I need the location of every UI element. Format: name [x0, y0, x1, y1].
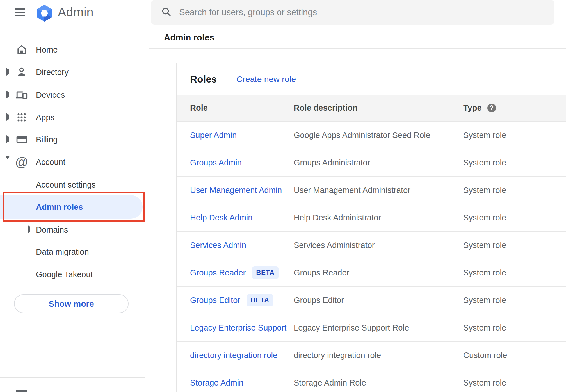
at-sign-icon: @ — [15, 156, 28, 168]
person-icon — [15, 66, 28, 79]
role-link[interactable]: Services Admin — [190, 241, 246, 250]
expand-caret-icon[interactable] — [28, 227, 32, 233]
sidebar-item-admin-roles[interactable]: Admin roles — [0, 195, 143, 219]
role-link[interactable]: Super Admin — [190, 131, 237, 140]
table-row: Legacy Enterprise Support Legacy Enterpr… — [177, 314, 566, 341]
roles-card: Roles Create new role Role Role descript… — [176, 63, 566, 392]
sidebar-item-label: Account — [36, 158, 65, 167]
role-type: System role — [463, 186, 506, 195]
search-bar[interactable] — [151, 0, 554, 25]
sidebar-item-label: Billing — [36, 135, 58, 144]
show-more-button[interactable]: Show more — [14, 294, 129, 313]
role-description: Groups Reader — [294, 268, 349, 277]
role-link[interactable]: Legacy Enterprise Support — [190, 323, 286, 332]
sidebar-item-account[interactable]: @ Account — [0, 154, 149, 170]
search-input[interactable] — [179, 7, 516, 17]
column-header-description: Role description — [294, 103, 357, 112]
role-description: Groups Editor — [294, 296, 344, 305]
credit-card-icon — [15, 133, 28, 146]
role-link[interactable]: Groups Editor — [190, 296, 240, 305]
role-link[interactable]: Groups Reader — [190, 268, 246, 277]
expand-caret-icon[interactable] — [6, 69, 10, 75]
sidebar-item-devices[interactable]: Devices — [0, 87, 149, 103]
expand-caret-icon[interactable] — [6, 115, 10, 120]
sidebar-item-domains[interactable]: Domains — [0, 222, 149, 238]
column-header-role: Role — [190, 103, 208, 113]
roles-table-body: Super Admin Google Apps Administrator Se… — [177, 121, 566, 392]
hamburger-menu-icon[interactable] — [15, 8, 25, 16]
home-icon — [15, 43, 28, 56]
role-type: Custom role — [463, 351, 507, 360]
logo-text: Admin — [58, 5, 93, 19]
table-row: Services Admin Services Administrator Sy… — [177, 231, 566, 259]
role-description: Legacy Enterprise Support Role — [294, 323, 409, 332]
role-type: System role — [463, 131, 506, 140]
sidebar-divider — [0, 377, 145, 378]
role-description: directory integration role — [294, 351, 381, 360]
role-type: System role — [463, 241, 506, 250]
column-header-type: Type — [463, 103, 482, 113]
table-row: Help Desk Admin Help Desk Administrator … — [177, 204, 566, 231]
role-link[interactable]: User Management Admin — [190, 186, 282, 195]
role-type: System role — [463, 323, 506, 332]
sidebar-item-label: Admin roles — [36, 202, 83, 212]
role-type: System role — [463, 378, 506, 388]
partial-bottom-icon — [16, 390, 27, 392]
role-link[interactable]: Storage Admin — [190, 378, 243, 388]
sidebar-item-label: Devices — [36, 90, 65, 100]
create-new-role-link[interactable]: Create new role — [236, 74, 296, 84]
sidebar-item-apps[interactable]: Apps — [0, 109, 149, 126]
sidebar-item-directory[interactable]: Directory — [0, 64, 149, 80]
expand-caret-icon[interactable] — [6, 137, 10, 142]
role-type: System role — [463, 158, 506, 167]
role-link[interactable]: Help Desk Admin — [190, 213, 252, 222]
sidebar-item-label: Data migration — [36, 247, 89, 257]
sidebar-item-label: Google Takeout — [36, 270, 93, 279]
sidebar-item-home[interactable]: Home — [0, 42, 149, 58]
role-description: Groups Administrator — [294, 158, 370, 167]
help-icon[interactable]: ? — [487, 104, 496, 112]
table-header-row: Role Role description Type ? — [177, 95, 566, 121]
apps-grid-icon — [15, 111, 28, 124]
sidebar-item-data-migration[interactable]: Data migration — [0, 244, 149, 260]
table-row: Super Admin Google Apps Administrator Se… — [177, 121, 566, 149]
beta-badge: BETA — [252, 266, 279, 279]
sidebar-item-label: Account settings — [36, 180, 96, 190]
role-description: User Management Administrator — [294, 186, 410, 195]
search-icon — [161, 6, 172, 19]
sidebar: Admin Home Directory — [0, 0, 149, 392]
sidebar-item-billing[interactable]: Billing — [0, 131, 149, 148]
role-type: System role — [463, 268, 506, 277]
breadcrumb-divider — [149, 48, 566, 49]
role-description: Services Administrator — [294, 241, 375, 250]
table-row: User Management Admin User Management Ad… — [177, 176, 566, 204]
role-description: Storage Admin Role — [294, 378, 366, 387]
devices-icon — [15, 88, 28, 101]
sidebar-item-label: Home — [36, 45, 58, 54]
role-link[interactable]: directory integration role — [190, 351, 277, 360]
table-row: Storage Admin Storage Admin Role System … — [177, 369, 566, 392]
collapse-caret-icon[interactable] — [6, 159, 10, 165]
role-description: Help Desk Administrator — [294, 213, 381, 222]
role-description: Google Apps Administrator Seed Role — [294, 131, 430, 140]
role-link[interactable]: Groups Admin — [190, 158, 242, 167]
expand-caret-icon[interactable] — [6, 92, 10, 98]
sidebar-item-label: Apps — [36, 113, 54, 122]
role-type: System role — [463, 296, 506, 305]
sidebar-item-label: Directory — [36, 68, 69, 77]
table-row: Groups Admin Groups Administrator System… — [177, 149, 566, 176]
sidebar-item-account-settings[interactable]: Account settings — [0, 177, 149, 193]
admin-logo-icon — [36, 4, 53, 23]
beta-badge: BETA — [247, 294, 273, 306]
table-row: Groups Editor BETA Groups Editor System … — [177, 286, 566, 314]
table-row: Groups Reader BETA Groups Reader System … — [177, 259, 566, 286]
card-title: Roles — [190, 74, 217, 85]
sidebar-item-label: Domains — [36, 225, 68, 234]
sidebar-item-google-takeout[interactable]: Google Takeout — [0, 266, 149, 282]
breadcrumb: Admin roles — [164, 33, 214, 43]
roles-card-header: Roles Create new role — [177, 63, 566, 95]
table-row: directory integration role directory int… — [177, 341, 566, 369]
role-type: System role — [463, 213, 506, 222]
